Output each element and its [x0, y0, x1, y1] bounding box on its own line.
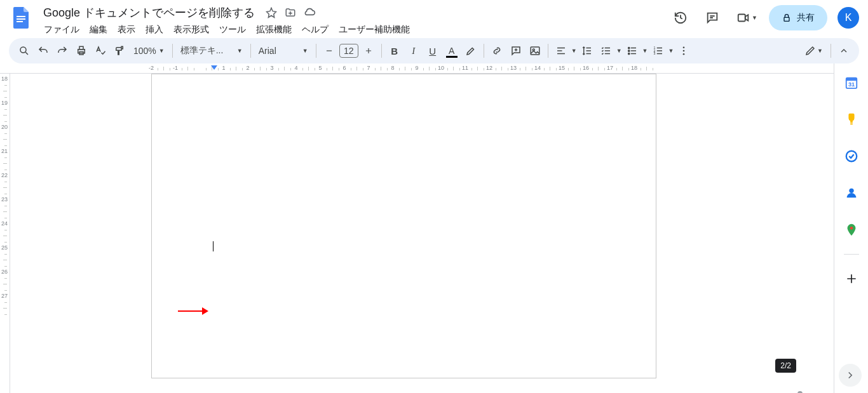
header-right: ▼ 共有 K [668, 5, 859, 30]
svg-rect-3 [738, 15, 745, 22]
star-icon[interactable] [265, 6, 278, 19]
share-button[interactable]: 共有 [769, 5, 827, 30]
menu-accessibility[interactable]: ユーザー補助機能 [334, 22, 414, 38]
highlight-icon[interactable] [462, 42, 480, 60]
share-label: 共有 [797, 12, 815, 23]
ruler-tick: 19 [1, 100, 8, 106]
side-panel: 31 [834, 63, 868, 393]
menu-tools[interactable]: ツール [215, 22, 250, 38]
docs-logo[interactable] [9, 5, 34, 30]
menu-extensions[interactable]: 拡張機能 [252, 22, 296, 38]
ruler-tick: 16 [583, 65, 589, 71]
menu-format[interactable]: 表示形式 [169, 22, 214, 38]
calendar-icon[interactable]: 31 [839, 70, 864, 95]
more-icon[interactable] [675, 42, 693, 60]
bullet-list-icon[interactable] [623, 42, 641, 60]
checklist-icon[interactable] [597, 42, 615, 60]
ruler-tick: 26 [1, 269, 8, 275]
lock-icon [782, 13, 792, 23]
ruler-tick: 13 [510, 65, 517, 71]
menu-insert[interactable]: 挿入 [141, 22, 168, 38]
indent-marker-icon[interactable] [211, 65, 217, 72]
document-area[interactable]: -2-1123456789101112131415161718 18192021… [0, 63, 834, 393]
toolbar-wrap: 100%▼ 標準テキ...▼ Arial▼ B I U A ▼ [0, 38, 868, 63]
svg-point-27 [849, 189, 853, 193]
add-addon-icon[interactable] [839, 266, 864, 291]
move-icon[interactable] [284, 6, 297, 19]
bold-icon[interactable]: B [386, 42, 403, 60]
ruler-tick: 23 [1, 196, 8, 203]
contacts-icon[interactable] [839, 180, 864, 206]
collapse-toolbar-icon[interactable] [835, 42, 853, 60]
print-icon[interactable] [72, 42, 90, 60]
font-select[interactable]: Arial▼ [255, 42, 312, 60]
search-icon[interactable] [15, 42, 33, 60]
menu-file[interactable]: ファイル [39, 22, 84, 38]
svg-rect-2 [17, 21, 23, 22]
insert-image-icon[interactable] [526, 42, 544, 60]
cloud-status-icon[interactable] [303, 6, 316, 19]
italic-icon[interactable]: I [405, 42, 423, 60]
zoom-select[interactable]: 100%▼ [130, 42, 168, 60]
tasks-icon[interactable] [839, 143, 864, 169]
ruler-tick: 1 [222, 65, 225, 71]
header: Google ドキュメントでページを削除する ファイル 編集 表示 挿入 表示形… [0, 0, 868, 38]
menubar: ファイル 編集 表示 挿入 表示形式 ツール 拡張機能 ヘルプ ユーザー補助機能 [39, 22, 663, 38]
horizontal-ruler[interactable]: -2-1123456789101112131415161718 [0, 63, 834, 74]
hide-side-panel-button[interactable] [839, 364, 862, 387]
svg-rect-4 [784, 17, 789, 21]
ruler-tick: 15 [559, 65, 565, 71]
ruler-tick: 18 [1, 76, 8, 82]
meet-button[interactable]: ▼ [731, 5, 763, 30]
ruler-tick: 25 [1, 244, 8, 251]
editing-mode-button[interactable]: ▼ [801, 42, 827, 60]
spellcheck-icon[interactable] [92, 42, 109, 60]
svg-point-11 [628, 47, 629, 48]
chevron-down-icon: ▼ [616, 48, 622, 54]
menu-edit[interactable]: 編集 [85, 22, 112, 38]
increase-font-icon[interactable] [360, 42, 377, 60]
line-spacing-icon[interactable] [578, 42, 596, 60]
svg-point-28 [850, 227, 853, 230]
ruler-tick: 4 [294, 65, 297, 71]
insert-link-icon[interactable] [488, 42, 506, 60]
insert-comment-icon[interactable] [507, 42, 525, 60]
menu-view[interactable]: 表示 [113, 22, 140, 38]
vertical-ruler[interactable]: 18192021222324252627 [0, 74, 10, 393]
svg-rect-7 [79, 46, 83, 50]
undo-icon[interactable] [34, 42, 52, 60]
comments-icon[interactable] [700, 5, 725, 30]
keep-icon[interactable] [839, 107, 864, 132]
toolbar-separator [484, 44, 484, 58]
document-title[interactable]: Google ドキュメントでページを削除する [39, 4, 259, 22]
ruler-tick: 22 [1, 172, 8, 178]
font-size-input[interactable] [339, 44, 358, 58]
svg-point-12 [628, 50, 629, 51]
svg-rect-1 [17, 18, 25, 20]
ruler-tick: -1 [173, 65, 178, 71]
ruler-tick: 8 [391, 65, 394, 71]
ruler-tick: 17 [607, 65, 613, 71]
chevron-down-icon: ▼ [817, 48, 823, 54]
chevron-down-icon: ▼ [571, 48, 577, 54]
title-row: Google ドキュメントでページを削除する [39, 5, 663, 20]
history-icon[interactable] [668, 5, 693, 30]
account-avatar[interactable]: K [837, 7, 859, 29]
svg-text:3: 3 [653, 51, 655, 55]
ruler-tick: 21 [1, 148, 8, 154]
decrease-font-icon[interactable] [320, 42, 338, 60]
document-page[interactable] [151, 74, 656, 378]
paint-format-icon[interactable] [111, 42, 128, 60]
ruler-tick: 7 [367, 65, 370, 71]
text-color-icon[interactable]: A [443, 42, 461, 60]
align-icon[interactable] [552, 42, 570, 60]
numbered-list-icon[interactable]: 123 [649, 42, 667, 60]
ruler-tick: 10 [438, 65, 444, 71]
paragraph-style-select[interactable]: 標準テキ...▼ [177, 42, 247, 60]
title-area: Google ドキュメントでページを削除する ファイル 編集 表示 挿入 表示形… [39, 5, 663, 38]
menu-help[interactable]: ヘルプ [297, 22, 333, 38]
underline-icon[interactable]: U [424, 42, 442, 60]
redo-icon[interactable] [53, 42, 71, 60]
ruler-tick: 5 [318, 65, 322, 71]
maps-icon[interactable] [839, 217, 864, 243]
